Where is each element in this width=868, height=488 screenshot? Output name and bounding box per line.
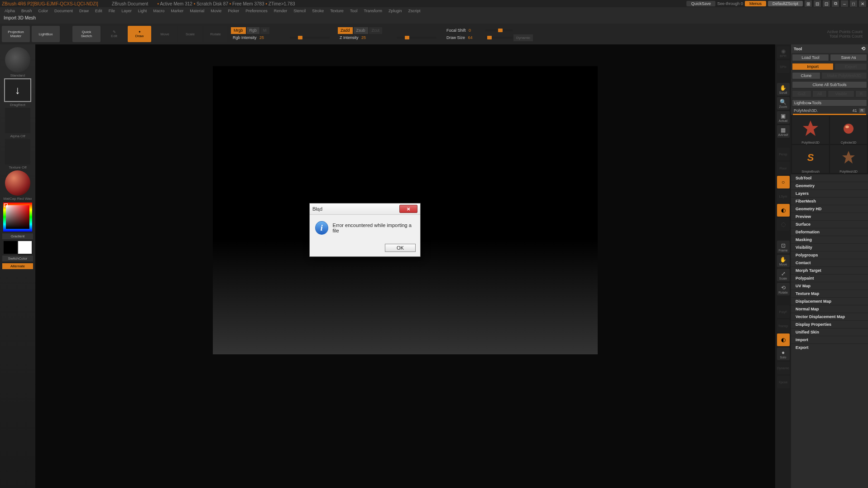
import-button[interactable]: Import — [792, 63, 834, 70]
icon-d[interactable]: ⧉ — [832, 0, 839, 7]
switchcolor-button[interactable]: SwitchColor — [2, 256, 33, 261]
clone-button[interactable]: Clone — [792, 72, 820, 79]
menu-render[interactable]: Render — [271, 9, 290, 13]
rgb-intensity-slider[interactable] — [290, 37, 330, 39]
m-button[interactable]: M — [260, 27, 269, 34]
sec-displayprops[interactable]: Display Properties — [791, 320, 868, 328]
shelf-spix[interactable]: SPix — [777, 60, 790, 73]
shelf-scale[interactable]: ⤢Scale — [777, 269, 790, 281]
icon-b[interactable]: ⊟ — [814, 0, 821, 7]
load-tool-button[interactable]: Load Tool — [792, 54, 829, 61]
dynamic-button[interactable]: Dynamic — [513, 34, 533, 41]
shelf-local[interactable]: ○ — [777, 176, 790, 188]
dialog-titlebar[interactable]: Błąd ✕ — [310, 203, 420, 215]
sec-import[interactable]: Import — [791, 336, 868, 343]
reset-icon[interactable]: ⟲ — [861, 46, 865, 52]
sec-deformation[interactable]: Deformation — [791, 228, 868, 236]
zadd-button[interactable]: Zadd — [338, 27, 353, 34]
shelf-scroll[interactable]: ✋Scroll — [777, 83, 790, 96]
sec-surface[interactable]: Surface — [791, 220, 868, 228]
sec-geometryhd[interactable]: Geometry HD — [791, 205, 868, 213]
focal-shift-slider[interactable] — [485, 29, 513, 31]
shelf-transp[interactable]: Transp — [777, 319, 790, 332]
sec-uvmap[interactable]: UV Map — [791, 282, 868, 290]
menu-preferences[interactable]: Preferences — [243, 9, 270, 13]
z-intensity-slider[interactable] — [397, 37, 436, 39]
shelf-frame[interactable]: ⊡Frame — [777, 241, 790, 253]
toolitem-polymesh3d-2[interactable]: PolyMesh3D — [830, 145, 867, 173]
sec-layers[interactable]: Layers — [791, 189, 868, 197]
icon-a[interactable]: ⊞ — [805, 0, 812, 7]
zcut-button[interactable]: Zcut — [369, 27, 383, 34]
sec-subtool[interactable]: SubTool — [791, 174, 868, 182]
dialog-close-button[interactable]: ✕ — [399, 205, 417, 213]
make-polymesh-button[interactable]: Make PolyMesh3D — [821, 72, 867, 79]
sec-preview[interactable]: Preview — [791, 213, 868, 220]
menu-macro[interactable]: Macro — [150, 9, 167, 13]
menu-zscript[interactable]: Zscript — [406, 9, 423, 13]
sec-polygroups[interactable]: Polygroups — [791, 251, 868, 259]
sec-displacementmap[interactable]: Displacement Map — [791, 297, 868, 305]
shelf-dynamic[interactable]: Dynamic — [777, 362, 790, 374]
close-icon[interactable]: ✕ — [859, 0, 866, 7]
swatch-black[interactable] — [4, 241, 17, 254]
shelf-polyf[interactable]: PolyF — [777, 305, 790, 318]
scale-button[interactable]: Scale — [178, 26, 202, 42]
menu-document[interactable]: Document — [52, 9, 76, 13]
menu-light[interactable]: Light — [135, 9, 150, 13]
sec-vectordispmap[interactable]: Vector Displacement Map — [791, 313, 868, 320]
menu-color[interactable]: Color — [36, 9, 51, 13]
icon-c[interactable]: ⊡ — [823, 0, 830, 7]
quicksave-button[interactable]: QuickSave — [686, 1, 715, 6]
shelf-solo[interactable]: ●Solo — [777, 348, 790, 360]
shelf-rotate[interactable]: ⟲Rotate — [777, 283, 790, 295]
menu-transform[interactable]: Transform — [361, 9, 385, 13]
seethrough-slider[interactable]: See-through 0 — [717, 1, 743, 6]
menu-edit[interactable]: Edit — [92, 9, 105, 13]
r-button[interactable]: R — [859, 108, 866, 113]
menu-texture[interactable]: Texture — [327, 9, 346, 13]
menu-alpha[interactable]: Alpha — [2, 9, 18, 13]
gradient-button[interactable]: Gradient — [2, 233, 33, 239]
swatch-white[interactable] — [18, 241, 32, 254]
shelf-move[interactable]: ✋Move — [777, 255, 790, 267]
sec-normalmap[interactable]: Normal Map — [791, 305, 868, 313]
shelf-lsym[interactable]: LSym — [777, 190, 790, 203]
menu-file[interactable]: File — [106, 9, 118, 13]
shelf-lsym2[interactable]: ◐ — [777, 204, 790, 217]
shelf-actual[interactable]: ▣Actual — [777, 111, 790, 124]
lightbox-tools-button[interactable]: Lightbox▸Tools — [792, 99, 867, 106]
shelf-bpr[interactable]: ◉BPR — [777, 46, 790, 59]
mrgb-button[interactable]: Mrgb — [231, 27, 246, 34]
clone-all-button[interactable]: Clone All SubTools — [792, 81, 867, 88]
rotate-button[interactable]: Rotate — [204, 26, 227, 42]
shelf-floor[interactable]: Floor — [777, 162, 790, 174]
draw-button[interactable]: ✦Draw — [128, 26, 151, 42]
menu-marker[interactable]: Marker — [168, 9, 186, 13]
alternate-button[interactable]: Alternate — [2, 263, 33, 269]
shelf-dim1[interactable]: ◌ — [777, 218, 790, 231]
quicksketch-button[interactable]: Quick Sketch — [72, 26, 101, 42]
tool-panel-header[interactable]: Tool⟲ — [791, 44, 868, 53]
sec-texturemap[interactable]: Texture Map — [791, 290, 868, 297]
shelf-persp[interactable]: Persp — [777, 148, 790, 160]
defaultscript-button[interactable]: DefaultZScript — [768, 1, 803, 6]
zsub-button[interactable]: Zsub — [354, 27, 368, 34]
stroke-thumb[interactable]: ↓ — [4, 78, 31, 102]
move-button[interactable]: Move — [153, 26, 177, 42]
color-picker[interactable] — [3, 203, 32, 232]
menu-zplugin[interactable]: Zplugin — [386, 9, 405, 13]
dialog-ok-button[interactable]: OK — [385, 244, 416, 252]
menu-tool[interactable]: Tool — [347, 9, 360, 13]
sec-contact[interactable]: Contact — [791, 259, 868, 266]
sec-export[interactable]: Export — [791, 343, 868, 351]
alpha-thumb[interactable] — [5, 108, 30, 133]
save-as-button[interactable]: Save As — [830, 54, 867, 61]
menu-layer[interactable]: Layer — [119, 9, 134, 13]
menu-picker[interactable]: Picker — [225, 9, 242, 13]
sec-visibility[interactable]: Visibility — [791, 243, 868, 251]
menu-material[interactable]: Material — [187, 9, 207, 13]
projection-master-button[interactable]: Projection Master — [2, 26, 30, 42]
goz-all-button[interactable]: All — [812, 90, 827, 97]
draw-size-slider[interactable] — [485, 37, 513, 39]
